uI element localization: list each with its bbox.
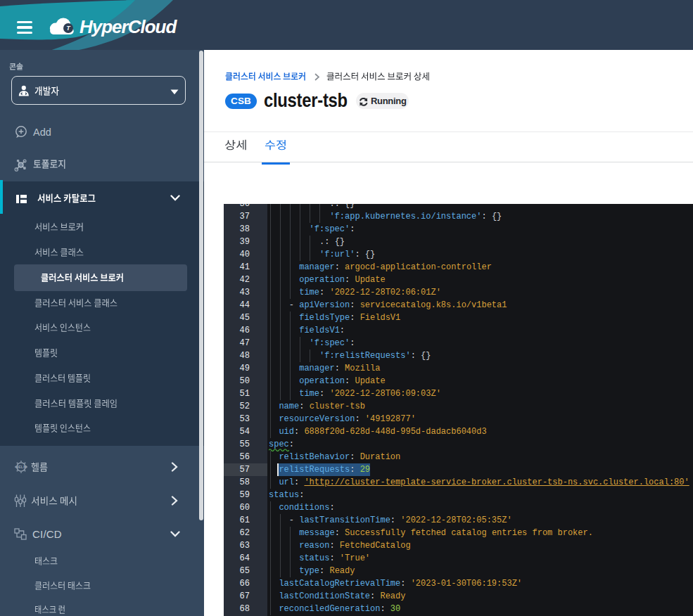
svg-text:HELM: HELM [15, 465, 27, 469]
